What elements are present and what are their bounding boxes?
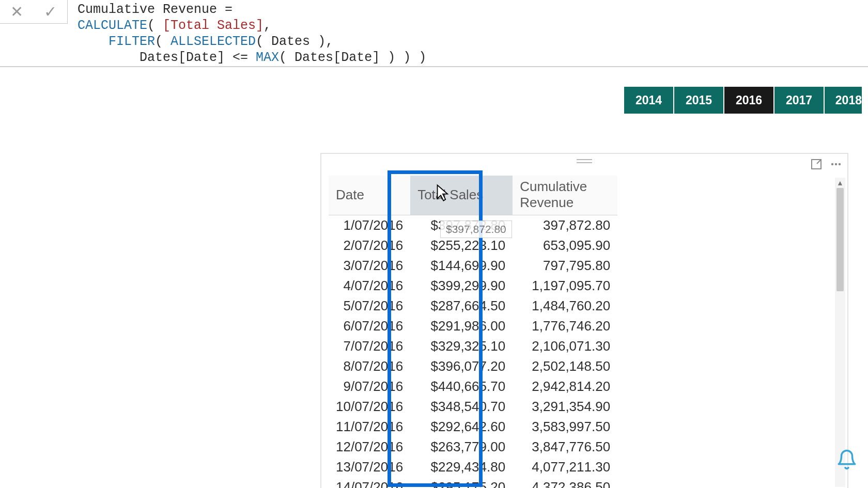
visual-header-icons <box>810 158 842 174</box>
scroll-up-arrow-icon[interactable]: ▲ <box>835 178 845 188</box>
year-button-2017[interactable]: 2017 <box>774 87 824 114</box>
formula-text: Cumulative Revenue = CALCULATE( [Total S… <box>78 2 426 65</box>
table-visual[interactable]: Date Total Sales Cumulative Revenue 1/07… <box>320 153 848 488</box>
cell-date: 13/07/2016 <box>329 457 410 477</box>
table-row[interactable]: 14/07/2016$295,175.204,372,386.50 <box>329 477 617 488</box>
table-row[interactable]: 7/07/2016$329,325.102,106,071.30 <box>329 336 617 356</box>
focus-mode-icon[interactable] <box>810 158 823 174</box>
cell-cumulative-revenue: 4,372,386.50 <box>513 477 617 488</box>
table-row[interactable]: 9/07/2016$440,665.702,942,814.20 <box>329 376 617 397</box>
cancel-formula-button[interactable]: ✕ <box>0 0 34 23</box>
cell-total-sales: $329,325.10 <box>410 336 513 356</box>
svg-point-3 <box>831 163 833 165</box>
drag-handle-icon[interactable] <box>321 158 847 164</box>
cell-date: 10/07/2016 <box>329 397 410 417</box>
table-row[interactable]: 13/07/2016$229,434.804,077,211.30 <box>329 457 617 477</box>
cell-date: 1/07/2016 <box>329 215 410 236</box>
notification-bell-icon[interactable] <box>836 449 858 473</box>
cell-date: 6/07/2016 <box>329 316 410 336</box>
table-row[interactable]: 1/07/2016$397,872.80397,872.80 <box>329 215 617 236</box>
table-row[interactable]: 8/07/2016$396,077.202,502,148.50 <box>329 356 617 376</box>
cell-total-sales: $399,299.90 <box>410 276 513 296</box>
formula-editor[interactable]: Cumulative Revenue = CALCULATE( [Total S… <box>78 2 426 66</box>
cell-total-sales: $396,077.20 <box>410 356 513 376</box>
cell-cumulative-revenue: 3,847,776.50 <box>513 437 617 457</box>
cell-cumulative-revenue: 3,291,354.90 <box>513 397 617 417</box>
year-slicer: 20142015201620172018 <box>624 87 862 114</box>
cell-total-sales: $397,872.80 <box>410 215 513 236</box>
cell-total-sales: $348,540.70 <box>410 397 513 417</box>
cell-cumulative-revenue: 1,776,746.20 <box>513 316 617 336</box>
cell-total-sales: $287,664.50 <box>410 296 513 316</box>
column-header-cumulative-revenue[interactable]: Cumulative Revenue <box>513 176 617 215</box>
column-header-total-sales[interactable]: Total Sales <box>410 176 513 215</box>
data-table: Date Total Sales Cumulative Revenue 1/07… <box>329 176 617 488</box>
cell-total-sales: $229,434.80 <box>410 457 513 477</box>
cell-cumulative-revenue: 397,872.80 <box>513 215 617 236</box>
cell-cumulative-revenue: 653,095.90 <box>513 235 617 256</box>
svg-point-4 <box>835 163 837 165</box>
cell-date: 2/07/2016 <box>329 235 410 256</box>
column-header-date[interactable]: Date <box>329 176 410 215</box>
table-row[interactable]: 12/07/2016$263,779.003,847,776.50 <box>329 437 617 457</box>
cell-cumulative-revenue: 797,795.80 <box>513 256 617 276</box>
cell-total-sales: $291,986.00 <box>410 316 513 336</box>
cell-cumulative-revenue: 1,197,095.70 <box>513 276 617 296</box>
table-row[interactable]: 4/07/2016$399,299.901,197,095.70 <box>329 276 617 296</box>
more-options-icon[interactable] <box>830 158 842 174</box>
formula-commit-buttons: ✕ ✓ <box>0 0 68 24</box>
cell-cumulative-revenue: 2,942,814.20 <box>513 376 617 397</box>
svg-point-5 <box>839 163 841 165</box>
cell-date: 7/07/2016 <box>329 336 410 356</box>
year-button-2016[interactable]: 2016 <box>724 87 773 114</box>
year-button-2014[interactable]: 2014 <box>624 87 673 114</box>
cell-total-sales: $295,175.20 <box>410 477 513 488</box>
commit-formula-button[interactable]: ✓ <box>34 0 67 23</box>
cell-date: 9/07/2016 <box>329 376 410 397</box>
table-row[interactable]: 10/07/2016$348,540.703,291,354.90 <box>329 397 617 417</box>
cell-total-sales: $263,779.00 <box>410 437 513 457</box>
cell-cumulative-revenue: 4,077,211.30 <box>513 457 617 477</box>
cell-date: 4/07/2016 <box>329 276 410 296</box>
cell-date: 8/07/2016 <box>329 356 410 376</box>
table-row[interactable]: 6/07/2016$291,986.001,776,746.20 <box>329 316 617 336</box>
cell-total-sales: $255,223.10 <box>410 235 513 256</box>
table-scroll-area: Date Total Sales Cumulative Revenue 1/07… <box>329 176 832 488</box>
cell-date: 3/07/2016 <box>329 256 410 276</box>
cell-total-sales: $292,642.60 <box>410 417 513 437</box>
cell-date: 5/07/2016 <box>329 296 410 316</box>
table-row[interactable]: 5/07/2016$287,664.501,484,760.20 <box>329 296 617 316</box>
cell-total-sales: $440,665.70 <box>410 376 513 397</box>
table-row[interactable]: 3/07/2016$144,699.90797,795.80 <box>329 256 617 276</box>
year-button-2018[interactable]: 2018 <box>825 87 862 114</box>
vertical-scrollbar[interactable]: ▲ <box>835 178 845 487</box>
cell-date: 11/07/2016 <box>329 417 410 437</box>
cell-cumulative-revenue: 1,484,760.20 <box>513 296 617 316</box>
table-header-row: Date Total Sales Cumulative Revenue <box>329 176 617 215</box>
cell-cumulative-revenue: 2,106,071.30 <box>513 336 617 356</box>
cell-date: 12/07/2016 <box>329 437 410 457</box>
cell-date: 14/07/2016 <box>329 477 410 488</box>
table-row[interactable]: 2/07/2016$255,223.10653,095.90 <box>329 235 617 256</box>
formula-bar: ✕ ✓ Cumulative Revenue = CALCULATE( [Tot… <box>0 0 868 67</box>
table-row[interactable]: 11/07/2016$292,642.603,583,997.50 <box>329 417 617 437</box>
cell-cumulative-revenue: 3,583,997.50 <box>513 417 617 437</box>
cell-cumulative-revenue: 2,502,148.50 <box>513 356 617 376</box>
year-button-2015[interactable]: 2015 <box>674 87 723 114</box>
scroll-thumb[interactable] <box>836 188 844 291</box>
cell-total-sales: $144,699.90 <box>410 256 513 276</box>
